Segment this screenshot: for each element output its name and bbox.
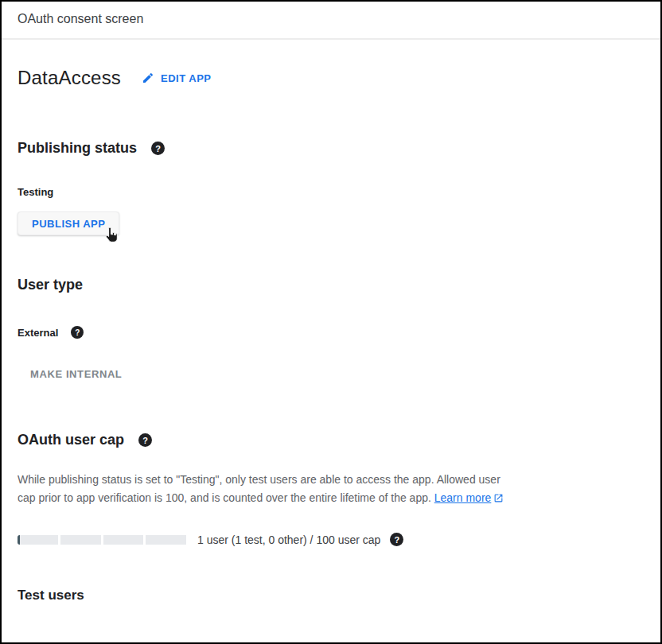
learn-more-link[interactable]: Learn more <box>434 491 504 504</box>
page-header: OAuth consent screen <box>2 2 660 38</box>
pencil-icon <box>142 72 154 84</box>
publish-app-button[interactable]: PUBLISH APP <box>18 211 119 235</box>
open-in-new-icon <box>491 491 504 504</box>
user-type-value-row: External ? <box>18 326 644 339</box>
help-icon[interactable]: ? <box>151 142 165 155</box>
user-type-section: User type External ? MAKE INTERNAL <box>18 277 644 381</box>
test-users-heading-row: Test users <box>18 588 644 603</box>
progress-segment <box>103 535 144 545</box>
user-cap-description-text: While publishing status is set to "Testi… <box>18 473 500 504</box>
user-cap-usage-label: 1 user (1 test, 0 other) / 100 user cap <box>197 533 380 546</box>
publishing-status-heading-row: Publishing status ? <box>18 140 644 157</box>
oauth-user-cap-section: OAuth user cap ? While publishing status… <box>18 432 644 546</box>
test-users-section: Test users <box>18 588 644 603</box>
help-icon[interactable]: ? <box>138 433 152 447</box>
help-icon[interactable]: ? <box>71 326 84 339</box>
publishing-status-value: Testing <box>18 186 644 198</box>
header-divider <box>2 38 660 40</box>
oauth-user-cap-heading-row: OAuth user cap ? <box>18 432 644 448</box>
progress-segment <box>146 535 186 545</box>
edit-app-button[interactable]: EDIT APP <box>142 72 211 84</box>
user-cap-usage-row: 1 user (1 test, 0 other) / 100 user cap … <box>18 533 644 546</box>
user-cap-progress-fill <box>18 535 20 545</box>
oauth-consent-page: OAuth consent screen DataAccess EDIT APP… <box>0 0 662 644</box>
publishing-status-section: Publishing status ? Testing PUBLISH APP <box>18 140 644 235</box>
user-type-heading-row: User type <box>18 277 644 293</box>
main-content: DataAccess EDIT APP Publishing status ? … <box>2 67 660 603</box>
learn-more-label: Learn more <box>434 491 492 504</box>
publishing-status-heading: Publishing status <box>18 140 137 157</box>
page-title: OAuth consent screen <box>18 12 644 26</box>
publish-app-label: PUBLISH APP <box>32 218 105 230</box>
make-internal-button[interactable]: MAKE INTERNAL <box>30 368 122 380</box>
edit-app-label: EDIT APP <box>161 72 211 84</box>
progress-segment <box>18 535 58 545</box>
oauth-user-cap-heading: OAuth user cap <box>18 432 124 448</box>
app-name: DataAccess <box>18 67 121 89</box>
user-cap-description: While publishing status is set to "Testi… <box>18 471 506 507</box>
test-users-heading: Test users <box>18 588 84 603</box>
app-title-row: DataAccess EDIT APP <box>18 67 644 89</box>
progress-segment <box>60 535 101 545</box>
help-icon[interactable]: ? <box>390 533 403 546</box>
user-cap-progressbar <box>18 535 186 545</box>
user-type-heading: User type <box>18 277 83 293</box>
user-type-value: External <box>18 327 58 339</box>
